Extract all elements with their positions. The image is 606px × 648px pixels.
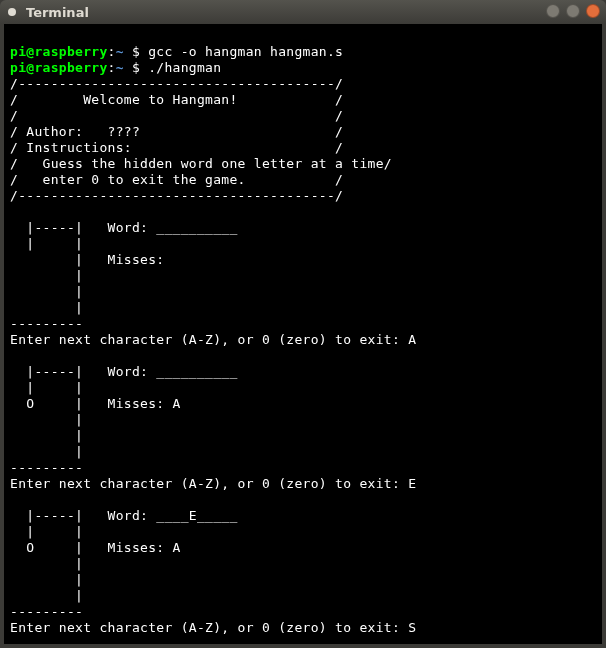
round1-6: | (10, 444, 83, 459)
blank-line (10, 636, 18, 644)
banner-blank: / / (10, 108, 343, 123)
banner-instructions: / Instructions: / (10, 140, 343, 155)
round2-top: |-----| Word: ____E_____ (10, 508, 238, 523)
titlebar[interactable]: Terminal (0, 0, 606, 24)
prompt-path: ~ (116, 60, 124, 75)
round1-3: O | Misses: A (10, 396, 181, 411)
maximize-button[interactable] (566, 4, 580, 18)
titlebar-left: Terminal (8, 5, 89, 20)
banner-border-bot: /---------------------------------------… (10, 188, 343, 203)
banner-line2: / enter 0 to exit the game. / (10, 172, 343, 187)
round1-5: | (10, 428, 83, 443)
banner-line1: / Guess the hidden word one letter at a … (10, 156, 392, 171)
prompt-dollar: $ (124, 60, 148, 75)
blank-line (10, 348, 18, 363)
round0-2: | | (10, 236, 83, 251)
round0-top: |-----| Word: __________ (10, 220, 238, 235)
round2-2: | | (10, 524, 83, 539)
round0-prompt: Enter next character (A-Z), or 0 (zero) … (10, 332, 416, 347)
command-compile: gcc -o hangman hangman.s (148, 44, 343, 59)
prompt-path: ~ (116, 44, 124, 59)
banner-author: / Author: ???? / (10, 124, 343, 139)
round1-4: | (10, 412, 83, 427)
window-controls (546, 4, 600, 18)
round0-base: --------- (10, 316, 83, 331)
round1-prompt: Enter next character (A-Z), or 0 (zero) … (10, 476, 416, 491)
terminal-window: Terminal pi@raspberry:~ $ gcc -o hangman… (0, 0, 606, 648)
round2-prompt: Enter next character (A-Z), or 0 (zero) … (10, 620, 416, 635)
close-button[interactable] (586, 4, 600, 18)
app-dot-icon (8, 8, 16, 16)
round1-2: | | (10, 380, 83, 395)
prompt-dollar: $ (124, 44, 148, 59)
command-run: ./hangman (148, 60, 221, 75)
round0-3: | Misses: (10, 252, 164, 267)
prompt-user-host: pi@raspberry (10, 44, 108, 59)
window-title: Terminal (26, 5, 89, 20)
round2-4: | (10, 556, 83, 571)
prompt-colon: : (108, 60, 116, 75)
round1-base: --------- (10, 460, 83, 475)
banner-welcome: / Welcome to Hangman! / (10, 92, 343, 107)
blank-line (10, 204, 18, 219)
round2-5: | (10, 572, 83, 587)
round2-3: O | Misses: A (10, 540, 181, 555)
round0-4: | (10, 268, 83, 283)
round0-6: | (10, 300, 83, 315)
prompt-user-host: pi@raspberry (10, 60, 108, 75)
round2-6: | (10, 588, 83, 603)
prompt-colon: : (108, 44, 116, 59)
minimize-button[interactable] (546, 4, 560, 18)
banner-border-top: /---------------------------------------… (10, 76, 343, 91)
round1-top: |-----| Word: __________ (10, 364, 238, 379)
round2-base: --------- (10, 604, 83, 619)
terminal-body[interactable]: pi@raspberry:~ $ gcc -o hangman hangman.… (4, 24, 602, 644)
blank-line (10, 492, 18, 507)
round0-5: | (10, 284, 83, 299)
